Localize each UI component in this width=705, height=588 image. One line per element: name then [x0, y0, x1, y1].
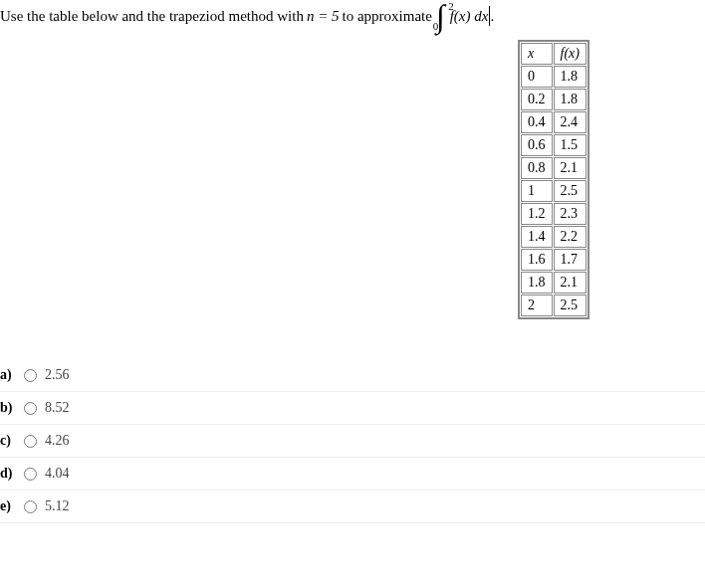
- data-table: x f(x) 01.80.21.80.42.40.61.50.82.112.51…: [518, 40, 589, 319]
- cell-fx: 2.3: [554, 203, 587, 225]
- cell-fx: 2.1: [554, 272, 587, 294]
- cell-x: 0.6: [521, 134, 553, 156]
- cell-x: 0.8: [521, 157, 553, 179]
- integral-upper-bound: 2: [448, 0, 454, 12]
- table-row: 12.5: [521, 180, 587, 202]
- data-table-container: x f(x) 01.80.21.80.42.40.61.50.82.112.51…: [518, 40, 705, 319]
- integral-lower-bound: 0: [433, 20, 439, 32]
- table-row: 0.42.4: [521, 111, 587, 133]
- col-header-fx: f(x): [554, 43, 587, 65]
- cell-fx: 1.8: [554, 89, 587, 110]
- table-row: 01.8: [521, 66, 587, 88]
- option-row: c)4.26: [0, 425, 705, 458]
- option-label: a): [0, 367, 20, 383]
- cell-fx: 1.8: [554, 66, 587, 88]
- question-text: Use the table below and the trapeziod me…: [0, 0, 705, 32]
- option-row: a)2.56: [0, 359, 705, 392]
- cell-fx: 1.7: [554, 249, 587, 271]
- option-value: 5.12: [45, 498, 70, 514]
- table-row: 1.61.7: [521, 249, 587, 271]
- integral-expression: ∫ 0 2 f(x) dx: [436, 0, 489, 32]
- table-row: 1.42.2: [521, 226, 587, 248]
- cell-x: 0.4: [521, 111, 553, 133]
- option-label: e): [0, 498, 20, 514]
- table-row: 1.82.1: [521, 272, 587, 294]
- option-radio[interactable]: [24, 402, 37, 415]
- table-row: 0.61.5: [521, 134, 587, 156]
- cell-x: 0.2: [521, 89, 553, 110]
- cell-x: 1.6: [521, 249, 553, 271]
- option-radio[interactable]: [24, 369, 37, 382]
- option-label: c): [0, 433, 20, 449]
- table-row: 0.21.8: [521, 89, 587, 110]
- cell-fx: 1.5: [554, 134, 587, 156]
- question-period: .: [490, 8, 494, 25]
- option-radio[interactable]: [24, 500, 37, 513]
- option-value: 2.56: [45, 367, 70, 383]
- cell-fx: 2.5: [554, 294, 587, 316]
- table-row: 0.82.1: [521, 157, 587, 179]
- cell-x: 1.4: [521, 226, 553, 248]
- cell-x: 2: [521, 294, 553, 316]
- cell-fx: 2.1: [554, 157, 587, 179]
- option-value: 4.26: [45, 433, 70, 449]
- cell-fx: 2.2: [554, 226, 587, 248]
- cell-x: 0: [521, 66, 553, 88]
- question-prefix: Use the table below and the trapeziod me…: [0, 8, 304, 25]
- option-row: d)4.04: [0, 458, 705, 490]
- answer-options: a)2.56b)8.52c)4.26d)4.04e)5.12: [0, 359, 705, 523]
- option-value: 4.04: [45, 466, 70, 482]
- option-value: 8.52: [45, 400, 70, 416]
- option-label: b): [0, 400, 20, 416]
- option-row: b)8.52: [0, 392, 705, 425]
- cell-x: 1: [521, 180, 553, 202]
- cell-fx: 2.5: [554, 180, 587, 202]
- cell-fx: 2.4: [554, 111, 587, 133]
- option-radio[interactable]: [24, 435, 37, 448]
- table-header-row: x f(x): [521, 43, 587, 65]
- question-n: n = 5: [307, 8, 340, 25]
- cell-x: 1.2: [521, 203, 553, 225]
- cell-x: 1.8: [521, 272, 553, 294]
- table-row: 22.5: [521, 294, 587, 316]
- option-row: e)5.12: [0, 490, 705, 523]
- col-header-x: x: [521, 43, 553, 65]
- option-label: d): [0, 466, 20, 482]
- option-radio[interactable]: [24, 468, 37, 481]
- question-middle: to approximate: [343, 8, 432, 25]
- table-row: 1.22.3: [521, 203, 587, 225]
- integrand: f(x) dx: [450, 8, 489, 25]
